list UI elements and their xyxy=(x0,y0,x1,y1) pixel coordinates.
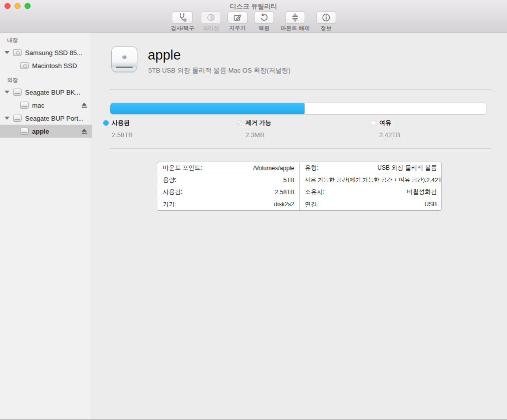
sidebar-item-label: Macintosh SSD xyxy=(32,62,77,70)
purgeable-swatch-icon xyxy=(237,120,242,126)
disclosure-triangle[interactable] xyxy=(5,51,10,54)
partition-pie-icon xyxy=(206,13,216,23)
detail-value: 2.42TB xyxy=(426,177,442,184)
detail-label: 기기: xyxy=(163,200,176,209)
detail-value: disk2s2 xyxy=(274,201,295,208)
detail-label: 사용됨: xyxy=(163,188,182,196)
legend-value: 2.42TB xyxy=(379,131,496,139)
first-aid-button[interactable] xyxy=(172,12,193,24)
partition-tool: 파티션 xyxy=(201,12,221,32)
main-pane: apple 5TB USB 외장 물리적 볼륨 Mac OS 확장(저널링) 사… xyxy=(93,33,507,419)
details-right-column: 유형: USB 외장 물리적 볼륨 사용 가능한 공간(제거 가능한 공간 + … xyxy=(300,162,442,210)
table-row: 사용 가능한 공간(제거 가능한 공간 + 여유 공간): 2.42TB xyxy=(300,174,442,186)
sidebar-item-seagate-bk[interactable]: Seagate BUP BK... xyxy=(0,86,92,99)
erase-pencil-icon xyxy=(232,13,242,23)
external-device-icon xyxy=(111,46,137,72)
legend-label: 사용됨 xyxy=(112,119,130,127)
usage-bar-used-segment xyxy=(110,103,305,114)
external-disk-icon xyxy=(13,115,22,122)
detail-label: 사용 가능한 공간(제거 가능한 공간 + 여유 공간): xyxy=(305,176,427,184)
sidebar-item-seagate-port[interactable]: Seagate BUP Port... xyxy=(0,112,92,125)
unmount-button[interactable] xyxy=(285,12,305,24)
volume-subtitle: 5TB USB 외장 물리적 볼륨 Mac OS 확장(저널링) xyxy=(148,66,291,75)
sidebar-item-mac[interactable]: mac xyxy=(0,99,92,112)
details-left-column: 마운트 포인트: /Volumes/apple 용량: 5TB 사용됨: 2.5… xyxy=(157,162,300,210)
external-disk-icon xyxy=(13,89,22,96)
unmount-icon xyxy=(290,13,300,23)
info-icon xyxy=(321,13,331,23)
sidebar: 내장 Samsung SSD 85... Macintosh SSD 외장 Se… xyxy=(0,33,92,419)
table-row: 기기: disk2s2 xyxy=(157,198,299,210)
eject-icon[interactable] xyxy=(81,103,87,108)
legend-label: 제거 가능 xyxy=(245,119,271,127)
free-swatch-icon xyxy=(371,120,376,126)
detail-value: 비활성화됨 xyxy=(407,188,437,196)
first-aid-label: 검사/복구 xyxy=(171,25,194,32)
table-row: 소유자: 비활성화됨 xyxy=(300,186,442,198)
legend-free: 여유 2.42TB xyxy=(371,119,496,139)
info-label: 정보 xyxy=(321,25,332,32)
used-swatch-icon xyxy=(103,120,109,126)
detail-value: 2.58TB xyxy=(275,189,295,196)
sidebar-item-label: Samsung SSD 85... xyxy=(25,49,82,57)
detail-label: 연결: xyxy=(305,200,319,209)
erase-tool: 지우기 xyxy=(227,12,247,32)
volume-icon xyxy=(20,62,29,69)
sidebar-item-apple[interactable]: apple xyxy=(0,125,92,138)
table-row: 연결: USB xyxy=(300,198,442,210)
restore-button[interactable] xyxy=(254,12,274,24)
volume-title: apple xyxy=(148,48,181,63)
detail-value: USB xyxy=(424,201,437,208)
toolbar: 검사/복구 파티션 xyxy=(0,12,507,32)
sidebar-item-label: Seagate BUP BK... xyxy=(25,89,80,96)
divider xyxy=(110,148,491,149)
volume-icon xyxy=(20,128,29,135)
sidebar-section-internal: 내장 xyxy=(7,37,18,44)
detail-value: USB 외장 물리적 볼륨 xyxy=(377,164,437,172)
partition-label: 파티션 xyxy=(203,25,219,32)
legend-used: 사용됨 2.58TB xyxy=(103,119,228,139)
restore-label: 복원 xyxy=(259,25,270,32)
sidebar-item-label: Seagate BUP Port... xyxy=(25,115,84,122)
usage-bar xyxy=(110,103,487,115)
disclosure-triangle[interactable] xyxy=(5,117,10,120)
stethoscope-icon xyxy=(177,13,187,23)
table-row: 유형: USB 외장 물리적 볼륨 xyxy=(300,162,442,174)
details-table: 마운트 포인트: /Volumes/apple 용량: 5TB 사용됨: 2.5… xyxy=(157,162,442,211)
sidebar-item-label: mac xyxy=(32,102,45,109)
detail-label: 유형: xyxy=(305,164,319,172)
table-row: 용량: 5TB xyxy=(157,174,299,186)
first-aid-tool: 검사/복구 xyxy=(171,12,194,32)
sidebar-item-samsung-ssd[interactable]: Samsung SSD 85... xyxy=(0,46,92,59)
table-row: 마운트 포인트: /Volumes/apple xyxy=(157,162,299,174)
detail-label: 용량: xyxy=(163,176,176,184)
unmount-label: 마운트 해제 xyxy=(281,25,310,32)
eject-icon[interactable] xyxy=(81,129,87,134)
sidebar-item-label: apple xyxy=(32,128,49,135)
restore-arrow-icon xyxy=(259,13,269,23)
legend-purgeable: 제거 가능 2.3MB xyxy=(237,119,362,139)
sidebar-item-macintosh-ssd[interactable]: Macintosh SSD xyxy=(0,59,92,72)
unmount-tool: 마운트 해제 xyxy=(281,12,310,32)
window-chrome: 디스크 유틸리티 검사/복구 xyxy=(0,0,507,33)
detail-label: 마운트 포인트: xyxy=(163,164,202,172)
info-button[interactable] xyxy=(316,12,336,24)
volume-icon xyxy=(20,102,29,109)
internal-disk-icon xyxy=(13,49,22,56)
detail-value: 5TB xyxy=(283,177,294,184)
disclosure-triangle[interactable] xyxy=(5,91,10,94)
info-tool: 정보 xyxy=(316,12,336,32)
restore-tool: 복원 xyxy=(254,12,274,32)
legend-value: 2.58TB xyxy=(112,131,228,139)
window-title: 디스크 유틸리티 xyxy=(0,2,507,11)
sidebar-section-external: 외장 xyxy=(7,77,18,84)
legend-label: 여유 xyxy=(379,119,391,127)
legend-value: 2.3MB xyxy=(245,131,362,139)
detail-label: 소유자: xyxy=(305,188,325,196)
divider xyxy=(110,89,491,90)
partition-button xyxy=(201,12,221,24)
detail-value: /Volumes/apple xyxy=(253,165,294,172)
erase-button[interactable] xyxy=(227,12,247,24)
disk-utility-window: 디스크 유틸리티 검사/복구 xyxy=(0,0,507,420)
apple-logo-icon xyxy=(120,54,129,63)
